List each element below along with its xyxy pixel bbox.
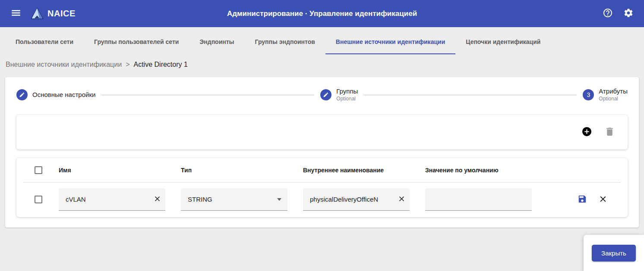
attributes-table: Имя Тип Внутреннее наименование Значение… <box>16 158 628 217</box>
step-label: Основные настройки <box>32 91 95 99</box>
step-basic-settings[interactable]: Основные настройки <box>16 89 95 100</box>
tab-network-users[interactable]: Пользователи сети <box>5 38 84 54</box>
table-row: STRING <box>16 183 628 216</box>
cancel-row-button[interactable] <box>598 194 608 205</box>
brand-name: NAICE <box>47 9 76 19</box>
column-header-internal-name: Внутреннее наименование <box>303 167 410 174</box>
save-row-button[interactable] <box>578 194 587 205</box>
clear-internal-name-button[interactable] <box>398 195 406 204</box>
breadcrumb: Внешние источники идентификации > Active… <box>0 54 644 77</box>
add-attribute-button[interactable] <box>581 126 592 138</box>
step-attributes[interactable]: 3 Атрибуты Optional <box>583 87 628 102</box>
step-number-badge: 3 <box>583 89 594 100</box>
gear-icon <box>623 8 634 19</box>
table-header-row: Имя Тип Внутреннее наименование Значение… <box>16 158 628 182</box>
close-x-icon <box>153 195 161 204</box>
pencil-icon <box>16 89 28 100</box>
breadcrumb-separator: > <box>126 61 129 69</box>
step-optional-label: Optional <box>599 96 628 102</box>
default-value-input[interactable] <box>432 196 525 203</box>
app-header: NAICE Администрирование · Управление иде… <box>0 0 644 27</box>
step-label: Атрибуты <box>599 87 628 96</box>
column-header-default-value: Значение по умолчанию <box>425 167 532 174</box>
naice-logo-icon <box>30 7 44 21</box>
step-label: Группы <box>336 87 358 96</box>
header-actions <box>603 8 634 19</box>
close-x-icon <box>398 195 406 204</box>
clear-name-button[interactable] <box>153 195 161 204</box>
name-input[interactable] <box>66 196 149 203</box>
hamburger-icon <box>10 7 22 20</box>
type-select[interactable]: STRING <box>181 188 287 211</box>
attributes-toolbar <box>16 115 628 150</box>
select-all-checkbox[interactable] <box>35 166 42 174</box>
tab-label: Эндпоинты <box>199 38 234 45</box>
breadcrumb-current: Active Directory 1 <box>134 61 188 69</box>
floppy-disk-icon <box>578 194 587 205</box>
tab-endpoints[interactable]: Эндпоинты <box>189 38 244 54</box>
delete-selected-button[interactable] <box>604 126 615 138</box>
default-value-field <box>425 188 532 211</box>
settings-button[interactable] <box>623 8 634 19</box>
row-checkbox[interactable] <box>35 196 42 203</box>
column-header-type: Тип <box>181 167 287 174</box>
page-title: Администрирование · Управление идентифик… <box>227 9 417 18</box>
tab-endpoint-groups[interactable]: Группы эндпоинтов <box>245 38 325 54</box>
internal-name-field <box>303 188 410 211</box>
step-groups[interactable]: Группы Optional <box>320 87 358 102</box>
tab-label: Группы эндпоинтов <box>255 38 315 45</box>
row-actions <box>547 194 620 205</box>
trash-icon <box>604 126 615 138</box>
footer-panel: Закрыть <box>584 235 644 271</box>
caret-down-icon <box>277 198 281 201</box>
breadcrumb-parent-link[interactable]: Внешние источники идентификации <box>6 61 122 69</box>
name-field <box>59 188 165 211</box>
column-header-name: Имя <box>59 167 165 174</box>
tab-label: Внешние источники идентификации <box>336 38 445 45</box>
add-circle-icon <box>581 126 592 138</box>
help-circle-icon <box>603 8 613 19</box>
type-select-value: STRING <box>188 196 271 203</box>
step-optional-label: Optional <box>336 96 358 102</box>
pencil-icon <box>320 89 331 100</box>
wizard-card: Основные настройки Группы Optional 3 Атр… <box>5 77 639 227</box>
stepper-connector <box>364 95 577 95</box>
close-button[interactable]: Закрыть <box>592 245 636 262</box>
tab-identity-chains[interactable]: Цепочки идентификаций <box>455 38 551 54</box>
tab-external-identity-sources[interactable]: Внешние источники идентификации <box>325 38 455 54</box>
stepper-connector <box>101 95 314 95</box>
menu-button[interactable] <box>10 7 22 20</box>
stepper: Основные настройки Группы Optional 3 Атр… <box>16 85 628 105</box>
tab-label: Группы пользователей сети <box>94 38 179 45</box>
internal-name-input[interactable] <box>310 196 393 203</box>
tab-network-user-groups[interactable]: Группы пользователей сети <box>84 38 189 54</box>
tab-bar: Пользователи сети Группы пользователей с… <box>0 27 644 54</box>
tab-label: Цепочки идентификаций <box>466 38 540 45</box>
help-button[interactable] <box>603 8 613 19</box>
brand: NAICE <box>30 7 76 21</box>
tab-label: Пользователи сети <box>16 38 73 45</box>
close-x-icon <box>598 194 608 205</box>
